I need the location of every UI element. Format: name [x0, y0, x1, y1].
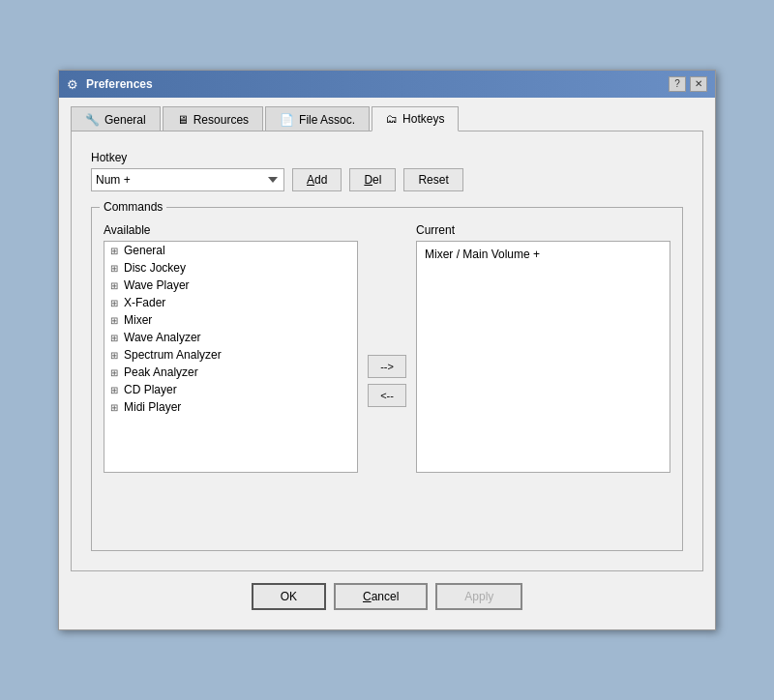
tab-resources[interactable]: 🖥 Resources — [163, 106, 263, 131]
list-item[interactable]: ⊞ Wave Player — [104, 277, 357, 294]
list-item[interactable]: ⊞ CD Player — [104, 381, 357, 398]
hotkey-row: Num + Num - Num * F1 F2 Add Del Reset — [91, 168, 683, 191]
commands-group: Commands Available ⊞ General — [91, 207, 683, 551]
current-item[interactable]: Mixer / Main Volume + — [421, 246, 666, 263]
commands-group-wrapper: Commands Available ⊞ General — [91, 207, 683, 551]
window-title: Preferences — [86, 77, 153, 91]
item-mixer: Mixer — [124, 313, 152, 327]
expand-icon: ⊞ — [108, 246, 120, 256]
ok-button-label: OK — [281, 590, 297, 603]
reset-button[interactable]: Reset — [403, 168, 462, 191]
del-button[interactable]: Del — [349, 168, 396, 191]
list-item[interactable]: ⊞ Spectrum Analyzer — [104, 346, 357, 364]
cancel-button[interactable]: Cancel — [334, 583, 428, 610]
close-button[interactable]: ✕ — [690, 76, 707, 92]
arrow-right-button[interactable]: --> — [368, 355, 406, 378]
expand-icon: ⊞ — [108, 280, 120, 291]
tab-file-assoc[interactable]: 📄 File Assoc. — [265, 106, 370, 131]
item-spectrum-analyzer: Spectrum Analyzer — [124, 348, 222, 362]
current-header: Current — [416, 223, 670, 237]
available-section: Available ⊞ General ⊞ Disc Jockey — [104, 223, 358, 539]
title-bar-left: ⚙ Preferences — [67, 77, 153, 91]
commands-content: Available ⊞ General ⊞ Disc Jockey — [104, 223, 670, 539]
arrow-left-button[interactable]: <-- — [368, 384, 406, 407]
help-button[interactable]: ? — [669, 76, 686, 92]
item-disc-jockey: Disc Jockey — [124, 261, 186, 275]
title-bar: ⚙ Preferences ? ✕ — [59, 71, 715, 98]
list-item[interactable]: ⊞ Midi Player — [104, 398, 357, 416]
expand-icon: ⊞ — [108, 298, 120, 308]
tab-hotkeys-label: Hotkeys — [402, 112, 444, 126]
bottom-bar: OK Cancel Apply — [71, 571, 703, 618]
commands-group-label: Commands — [100, 200, 166, 214]
arrow-column: --> <-- — [358, 223, 416, 539]
tab-general-label: General — [104, 113, 146, 127]
expand-icon: ⊞ — [108, 315, 120, 326]
cancel-button-label: Cancel — [363, 590, 399, 603]
list-item[interactable]: ⊞ Wave Analyzer — [104, 329, 357, 346]
item-peak-analyzer: Peak Analyzer — [124, 365, 198, 379]
tab-general[interactable]: 🔧 General — [71, 106, 161, 131]
tab-resources-label: Resources — [194, 113, 249, 127]
main-panel: Hotkey Num + Num - Num * F1 F2 Add Del R… — [71, 131, 703, 571]
expand-icon: ⊞ — [108, 333, 120, 343]
hotkey-select[interactable]: Num + Num - Num * F1 F2 — [91, 168, 284, 191]
content-area: 🔧 General 🖥 Resources 📄 File Assoc. 🗂 Ho… — [59, 98, 715, 629]
window-icon: ⚙ — [67, 77, 80, 91]
add-button-label: Add — [307, 173, 327, 187]
tab-hotkeys[interactable]: 🗂 Hotkeys — [372, 106, 459, 131]
del-button-label: Del — [364, 173, 381, 187]
list-item[interactable]: ⊞ Peak Analyzer — [104, 364, 357, 381]
list-item[interactable]: ⊞ Disc Jockey — [104, 259, 357, 277]
apply-button-label: Apply — [464, 590, 493, 603]
expand-icon: ⊞ — [108, 263, 120, 274]
expand-icon: ⊞ — [108, 402, 120, 413]
current-section: Current Mixer / Main Volume + — [416, 223, 670, 539]
general-tab-icon: 🔧 — [85, 113, 100, 127]
apply-button[interactable]: Apply — [435, 583, 522, 610]
expand-icon: ⊞ — [108, 385, 120, 395]
current-list[interactable]: Mixer / Main Volume + — [416, 241, 670, 473]
item-general: General — [124, 244, 165, 257]
ok-button[interactable]: OK — [252, 583, 326, 610]
expand-icon: ⊞ — [108, 367, 120, 378]
available-header: Available — [104, 223, 358, 237]
item-x-fader: X-Fader — [124, 296, 165, 309]
resources-tab-icon: 🖥 — [177, 113, 189, 127]
reset-button-label: Reset — [418, 173, 448, 187]
hotkeys-tab-icon: 🗂 — [386, 112, 398, 126]
item-wave-analyzer: Wave Analyzer — [124, 331, 201, 344]
title-bar-controls: ? ✕ — [669, 76, 707, 92]
item-midi-player: Midi Player — [124, 400, 181, 414]
list-item[interactable]: ⊞ General — [104, 242, 357, 259]
list-item[interactable]: ⊞ X-Fader — [104, 294, 357, 311]
preferences-window: ⚙ Preferences ? ✕ 🔧 General 🖥 Resources … — [58, 70, 716, 630]
list-item[interactable]: ⊞ Mixer — [104, 311, 357, 329]
tab-file-assoc-label: File Assoc. — [299, 113, 355, 127]
tab-bar: 🔧 General 🖥 Resources 📄 File Assoc. 🗂 Ho… — [71, 105, 703, 131]
add-button[interactable]: Add — [292, 168, 342, 191]
hotkey-label: Hotkey — [91, 151, 683, 164]
file-assoc-tab-icon: 📄 — [280, 113, 294, 127]
expand-icon: ⊞ — [108, 350, 120, 361]
item-cd-player: CD Player — [124, 383, 177, 396]
available-list[interactable]: ⊞ General ⊞ Disc Jockey ⊞ Wave Player — [104, 241, 358, 473]
item-wave-player: Wave Player — [124, 278, 190, 292]
